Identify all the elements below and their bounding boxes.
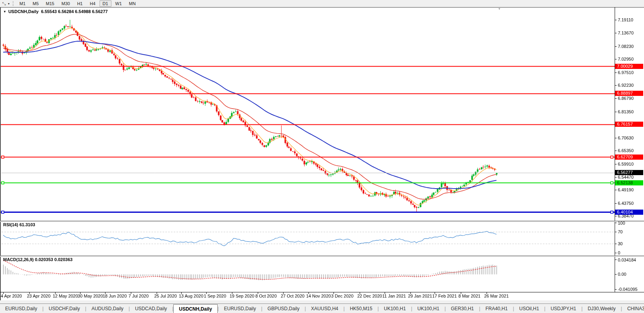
chart-tab-audusd-daily[interactable]: AUDUSD,Daily bbox=[86, 304, 129, 313]
macd-indicator-label: MACD(12,26,9) 0.020353 0.020363 bbox=[3, 257, 73, 262]
price-tick-label: 6.54470 bbox=[618, 175, 634, 179]
macd-pane-divider[interactable] bbox=[0, 256, 644, 257]
macd-tick-label: 0.00 bbox=[618, 272, 626, 277]
hline-price-tag[interactable]: 6.52138 bbox=[615, 180, 643, 185]
chart-tab-ger30-h1[interactable]: GER30,H1 bbox=[446, 304, 479, 313]
rsi-tick-label: 70 bbox=[618, 229, 623, 234]
macd-tick-label: 0.034184 bbox=[618, 258, 636, 262]
hline-price-tag[interactable]: 6.76157 bbox=[615, 122, 643, 127]
chart-tab-fra40-h1[interactable]: FRA40,H1 bbox=[480, 304, 513, 313]
rsi-tick-label: 100 bbox=[618, 221, 625, 225]
rsi-indicator-label: RSI(14) 61.3103 bbox=[3, 222, 35, 227]
date-tick-label: 4 Apr 2020 bbox=[1, 294, 22, 298]
price-tick-label: 6.59910 bbox=[618, 162, 634, 166]
hline-price-tag[interactable]: 6.62709 bbox=[615, 155, 643, 160]
chart-tabs: EURUSD,Daily|USDCHF,Daily|AUDUSD,Daily|U… bbox=[0, 304, 644, 313]
price-tick-label: 6.49190 bbox=[618, 187, 634, 192]
price-tick-label: 7.19110 bbox=[618, 17, 633, 22]
chart-tab-usdcad-daily[interactable]: USDCAD,Daily bbox=[130, 304, 172, 313]
date-tick-label: 19 Sep 2020 bbox=[230, 294, 254, 298]
date-tick-label: 27 Oct 2020 bbox=[281, 294, 305, 298]
macd-tick-label: -0.041095 bbox=[618, 287, 638, 292]
date-tick-label: 14 Nov 2020 bbox=[306, 294, 331, 298]
chart-tab-xauusd-h4[interactable]: XAUUSD,H4 bbox=[306, 304, 343, 313]
date-tick-label: 17 Feb 2021 bbox=[432, 294, 457, 298]
chart-tab-uk100-h1[interactable]: UK100,H1 bbox=[379, 304, 411, 313]
date-tick-label: 1 Sep 2020 bbox=[204, 294, 226, 298]
trading-terminal: ⤡ ▾ M1M5M15M30H1H4D1W1MN ▼USDCNH,Daily 6… bbox=[0, 0, 644, 313]
chart-title: ▼USDCNH,Daily 6.55543 6.56284 6.54988 6.… bbox=[3, 9, 108, 14]
price-tick-label: 6.81350 bbox=[618, 109, 634, 114]
date-tick-label: 7 Jul 2020 bbox=[128, 294, 149, 298]
rsi-pane-divider[interactable] bbox=[0, 221, 644, 222]
hline-price-tag[interactable]: 6.40104 bbox=[615, 210, 643, 215]
chart-context-arrow-icon[interactable]: ▼ bbox=[3, 10, 6, 13]
date-tick-label: 3 Dec 2020 bbox=[331, 294, 353, 298]
chart-tab-usdcnh-daily[interactable]: USDCNH,Daily bbox=[173, 304, 217, 313]
hline-price-tag[interactable]: 6.88897 bbox=[615, 91, 643, 96]
rsi-tick-label: 0 bbox=[618, 250, 620, 255]
date-tick-label: 23 Apr 2020 bbox=[27, 294, 50, 298]
chart-tab-hk50-m15[interactable]: HK50,M15 bbox=[345, 304, 378, 313]
date-tick-label: 8 Oct 2020 bbox=[255, 294, 277, 298]
price-tick-label: 6.92230 bbox=[618, 83, 634, 88]
date-tick-label: 13 Aug 2020 bbox=[179, 294, 203, 298]
price-tick-label: 6.86790 bbox=[618, 96, 634, 101]
rsi-tick-label: 30 bbox=[618, 241, 623, 246]
chart-ohlc-values: 6.55543 6.56284 6.54988 6.56277 bbox=[41, 9, 107, 14]
chart-tab-usoil-h1[interactable]: USOil,H1 bbox=[514, 304, 544, 313]
chart-tabs-bar: EURUSD,Daily|USDCHF,Daily|AUDUSD,Daily|U… bbox=[0, 303, 644, 313]
date-tick-label: 8 Mar 2021 bbox=[458, 294, 481, 298]
date-tick-label: 22 Dec 2020 bbox=[357, 294, 382, 298]
hline-price-tag[interactable]: 7.00029 bbox=[615, 64, 643, 69]
chart-tab-usdjpy-h1[interactable]: USDJPY,H1 bbox=[545, 304, 581, 313]
chart-tab-dj30-weekly[interactable]: DJ30,Weekly bbox=[583, 304, 621, 313]
date-tick-label: 30 May 2020 bbox=[78, 294, 103, 298]
date-tick-label: 29 Jan 2021 bbox=[408, 294, 432, 298]
chart-tab-eurusd-daily[interactable]: EURUSD,Daily bbox=[0, 304, 42, 313]
price-tick-label: 6.70630 bbox=[618, 136, 634, 140]
date-tick-label: 26 Mar 2021 bbox=[484, 294, 509, 298]
date-tick-label: 25 Jul 2020 bbox=[154, 294, 177, 298]
date-tick-label: 18 Jun 2020 bbox=[103, 294, 127, 298]
price-tick-label: 6.65350 bbox=[618, 148, 634, 153]
chart-canvas[interactable] bbox=[0, 0, 644, 313]
date-tick-label: 12 May 2020 bbox=[53, 294, 78, 298]
chart-tab-china300-h1[interactable]: CHINA300,H1 bbox=[622, 304, 644, 313]
current-price-tag: 6.56277 bbox=[615, 170, 643, 175]
date-tick-label: 11 Jan 2021 bbox=[382, 294, 406, 298]
chart-tab-uk100-h1[interactable]: UK100,H1 bbox=[412, 304, 445, 313]
price-tick-label: 7.02950 bbox=[618, 57, 634, 61]
price-tick-label: 7.13670 bbox=[618, 31, 634, 35]
chart-tab-eurusd-daily[interactable]: EURUSD,Daily bbox=[219, 304, 261, 313]
chart-symbol-period: USDCNH,Daily bbox=[8, 9, 38, 14]
price-tick-label: 6.97510 bbox=[618, 70, 634, 75]
chart-tab-gbpusd-daily[interactable]: GBPUSD,Daily bbox=[263, 304, 305, 313]
price-tick-label: 7.08230 bbox=[618, 44, 634, 49]
price-tick-label: 6.43750 bbox=[618, 201, 634, 206]
chart-shift-marker-icon[interactable]: ▾ bbox=[498, 7, 500, 11]
chart-tab-usdchf-daily[interactable]: USDCHF,Daily bbox=[44, 304, 85, 313]
